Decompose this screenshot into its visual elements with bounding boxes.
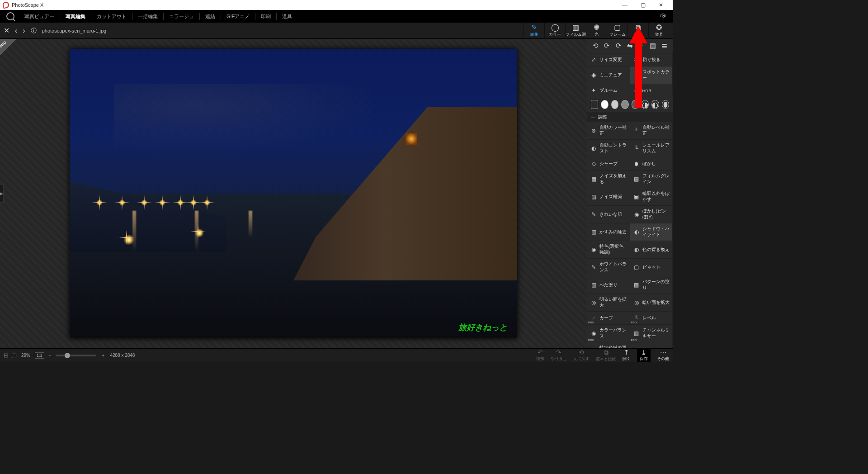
panel-レベル[interactable]: ╙レベルPRO bbox=[630, 312, 673, 325]
panel-輪郭以外をぼかす[interactable]: ▣輪郭以外をぼかす bbox=[630, 188, 673, 206]
panel-シャープ[interactable]: ◇シャープ bbox=[587, 157, 630, 171]
zoom-in-button[interactable]: ＋ bbox=[101, 352, 105, 359]
panel-ノイズを加える[interactable]: ▦ノイズを加える bbox=[587, 171, 630, 188]
panel-カーブ[interactable]: ⟋カーブPRO bbox=[587, 312, 630, 325]
status-元に戻す: ⟲元に戻す bbox=[573, 349, 590, 362]
status-保存[interactable]: ⤓保存 bbox=[637, 348, 651, 362]
panel-ぼかし[interactable]: ⬮ぼかし bbox=[630, 157, 673, 171]
panel-HDR[interactable]: ◐HDR bbox=[630, 84, 673, 97]
window-maximize-button[interactable]: ▢ bbox=[634, 2, 652, 8]
mainmenu-連結[interactable]: 連結 bbox=[200, 10, 221, 23]
file-info-button[interactable]: ⓘ bbox=[31, 27, 37, 35]
tooltab-光[interactable]: ✺光 bbox=[586, 23, 607, 39]
panel-ブルーム[interactable]: ✦ブルーム bbox=[587, 84, 630, 97]
nav-forward-button[interactable]: › bbox=[23, 27, 25, 35]
status-復帰: ↶復帰 bbox=[536, 349, 544, 362]
panel-icon: ◐ bbox=[590, 145, 597, 152]
adjust-section-header[interactable]: —調整 bbox=[587, 112, 673, 122]
panel-ビネット[interactable]: ▢ビネット bbox=[630, 259, 673, 276]
transform-row: ⟲⟳⟳⇋⌐▤〓 bbox=[587, 39, 673, 53]
close-file-button[interactable]: ✕ bbox=[4, 26, 9, 35]
panel-明るい面を拡大[interactable]: ◎明るい面を拡大 bbox=[587, 294, 630, 312]
canvas-area[interactable]: PRO ▶ 旅好きねっと bbox=[0, 39, 587, 348]
mainmenu-印刷[interactable]: 印刷 bbox=[255, 10, 276, 23]
panel-ホワイトバランス[interactable]: ✎ホワイトバランス bbox=[587, 259, 630, 276]
panel-パターンの塗り[interactable]: ▩パターンの塗り bbox=[630, 276, 673, 294]
panel-特色(選択色強調)[interactable]: ◉特色(選択色強調) bbox=[587, 241, 630, 259]
settings-gear-icon[interactable] bbox=[660, 13, 667, 20]
transform-btn-6[interactable]: 〓 bbox=[660, 42, 668, 50]
tooltab-道具[interactable]: ✪道具 bbox=[648, 23, 669, 39]
shape-preset-0[interactable] bbox=[591, 100, 598, 109]
tooltab-カラー[interactable]: ◯カラー bbox=[544, 23, 565, 39]
panel-自動レベル補正[interactable]: ╙自動レベル補正 bbox=[630, 122, 673, 140]
mainmenu-写真ビュアー[interactable]: 写真ビュアー bbox=[19, 10, 60, 23]
shape-preset-2[interactable] bbox=[611, 100, 618, 109]
panel-切り抜き[interactable]: ✂切り抜き bbox=[630, 53, 673, 66]
panel-ノイズ軽減[interactable]: ▨ノイズ軽減 bbox=[587, 188, 630, 206]
panel-かすみの除去[interactable]: ▥かすみの除去 bbox=[587, 223, 630, 241]
panel-自動カラー補正[interactable]: ⊛自動カラー補正 bbox=[587, 122, 630, 140]
shape-preset-5[interactable]: ◑ bbox=[642, 100, 649, 109]
panel-暗い面を拡大[interactable]: ◎暗い面を拡大 bbox=[630, 294, 673, 312]
shape-preset-6[interactable]: ◐ bbox=[651, 100, 659, 109]
status-開く[interactable]: ⤒開く bbox=[623, 349, 631, 362]
transform-btn-4[interactable]: ⌐ bbox=[637, 42, 645, 50]
panel-icon: ⬮ bbox=[633, 160, 640, 167]
shape-preset-1[interactable] bbox=[601, 100, 608, 109]
nav-back-button[interactable]: ‹ bbox=[15, 27, 17, 35]
search-icon[interactable] bbox=[6, 12, 14, 20]
panel-ミニチュア[interactable]: ◉ミニチュア bbox=[587, 66, 630, 84]
mainmenu-カットアウト[interactable]: カットアウト bbox=[91, 10, 132, 23]
status-やり直し: ↷やり直し bbox=[551, 349, 567, 362]
panel-きれいな肌[interactable]: ✎きれいな肌 bbox=[587, 206, 630, 223]
panel-シャドウ・ハイライト[interactable]: ◐シャドウ・ハイライト bbox=[630, 223, 673, 241]
panel-べた塗り[interactable]: ▥べた塗り bbox=[587, 276, 630, 294]
panel-icon: ✦ bbox=[590, 87, 597, 94]
transform-btn-0[interactable]: ⟲ bbox=[592, 42, 599, 50]
tooltab-挿入[interactable]: ⧉挿入 bbox=[627, 23, 648, 39]
panel-icon: ▥ bbox=[633, 330, 640, 337]
mainmenu-写真編集[interactable]: 写真編集 bbox=[60, 10, 91, 23]
transform-btn-5[interactable]: ▤ bbox=[649, 42, 656, 50]
transform-btn-1[interactable]: ⟳ bbox=[603, 42, 611, 50]
panel-icon: ▩ bbox=[633, 175, 640, 183]
mainmenu-一括編集[interactable]: 一括編集 bbox=[132, 10, 163, 23]
fit-screen-icon[interactable]: ▢ bbox=[11, 352, 17, 359]
tooltab-フィルム調[interactable]: ▥フィルム調 bbox=[565, 23, 586, 39]
transform-btn-2[interactable]: ⟳ bbox=[615, 42, 623, 50]
panel-icon: ▥ bbox=[590, 281, 597, 289]
panel-ぼかし(ピンぼけ)[interactable]: ◉ぼかし(ピンぼけ) bbox=[630, 206, 673, 223]
window-minimize-button[interactable]: ― bbox=[616, 2, 634, 8]
image-dimensions-label: 4288 x 2848 bbox=[110, 353, 135, 358]
status-その他[interactable]: ⋯その他 bbox=[657, 349, 669, 362]
panel-サイズ変更[interactable]: ⤢サイズ変更 bbox=[587, 53, 630, 66]
panel-スポットカラー[interactable]: ✦スポットカラー bbox=[630, 66, 673, 84]
status-原本と比較: ⧉原本と比較 bbox=[596, 349, 616, 362]
panel-カラーバランス[interactable]: ◉カラーバランスPRO bbox=[587, 325, 630, 342]
tooltab-編集[interactable]: ✎編集 bbox=[524, 23, 544, 39]
panel-フィルムグレイン[interactable]: ▩フィルムグレイン bbox=[630, 171, 673, 188]
app-logo-icon bbox=[2, 1, 9, 9]
mainmenu-道具[interactable]: 道具 bbox=[277, 10, 297, 23]
panel-色の置き換え[interactable]: ◐色の置き換え bbox=[630, 241, 673, 259]
window-close-button[interactable]: ✕ bbox=[652, 2, 670, 8]
transform-btn-3[interactable]: ⇋ bbox=[626, 42, 634, 50]
shape-preset-3[interactable] bbox=[621, 100, 628, 109]
mainmenu-コラージュ[interactable]: コラージュ bbox=[164, 10, 199, 23]
zoom-out-button[interactable]: − bbox=[49, 353, 52, 358]
shape-preset-7[interactable]: ⬮ bbox=[662, 100, 669, 109]
panel-icon: ╙ bbox=[633, 127, 640, 134]
zoom-slider[interactable] bbox=[56, 355, 96, 356]
tooltab-フレーム[interactable]: ▢フレーム bbox=[607, 23, 627, 39]
zoom-1to1-button[interactable]: 1:1 bbox=[35, 352, 44, 359]
panel-シュールレアリスム[interactable]: ╙シュールレアリスム bbox=[630, 140, 673, 157]
panel-icon: ✎ bbox=[590, 211, 597, 218]
grid-view-icon[interactable]: ⊞ bbox=[4, 352, 9, 359]
panel-チャンネルミキサー[interactable]: ▥チャンネルミキサーPRO bbox=[630, 325, 673, 342]
panel-icon: ╙ bbox=[633, 314, 640, 322]
mainmenu-GIFアニメ[interactable]: GIFアニメ bbox=[221, 10, 255, 23]
panel-自動コントラスト[interactable]: ◐自動コントラスト bbox=[587, 140, 630, 157]
shape-preset-4[interactable] bbox=[632, 100, 639, 109]
panel-expander-button[interactable]: ▶ bbox=[0, 185, 4, 203]
